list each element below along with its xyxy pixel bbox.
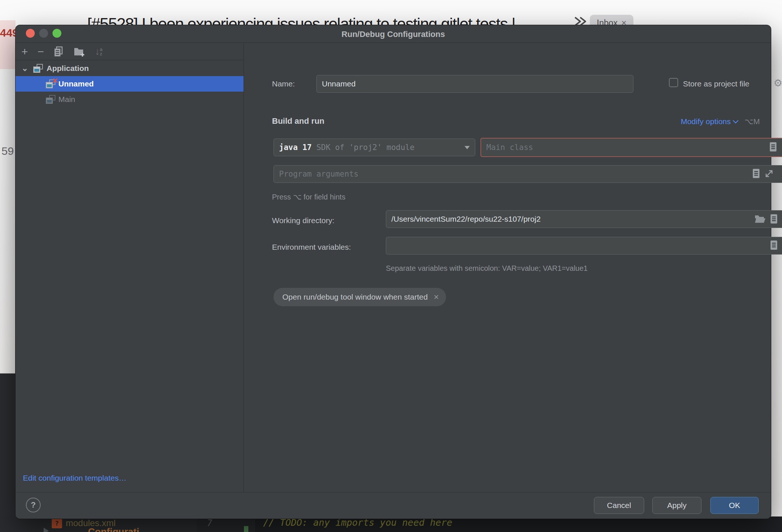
working-directory-input[interactable]	[386, 210, 782, 228]
left-ide-strip: oj2 ⌄	[0, 373, 16, 532]
jre-selected-value: java 17	[279, 143, 316, 152]
modify-options-control[interactable]: Modify options ⌥M	[681, 117, 760, 126]
remove-configuration-button[interactable]: −	[38, 46, 44, 57]
tree-group-label: Application	[47, 64, 89, 73]
application-type-icon-dim	[46, 95, 55, 104]
jre-selected-detail: SDK of 'proj2' module	[316, 143, 415, 152]
left-count-badge: 449	[0, 27, 15, 39]
tree-chevron-icon[interactable]: ⌄	[21, 64, 30, 73]
environment-variables-input[interactable]	[386, 237, 782, 255]
modify-options-link[interactable]: Modify options	[681, 117, 731, 126]
jre-combo-box[interactable]: java 17 SDK of 'proj2' module	[273, 139, 475, 156]
expand-field-icon[interactable]	[765, 169, 774, 178]
application-type-icon	[33, 64, 43, 73]
combo-arrow-icon	[465, 146, 470, 149]
program-arguments-input[interactable]	[273, 165, 782, 183]
add-configuration-button[interactable]: +	[21, 46, 28, 57]
tree-group-application[interactable]: ⌄ Application	[16, 61, 244, 76]
tree-item-main[interactable]: Main	[16, 92, 244, 107]
name-input[interactable]	[316, 75, 633, 93]
error-badge-icon: ✕	[52, 76, 58, 85]
code-comment: // TODO: any imports you need here	[263, 517, 452, 528]
chip-label: Open run/debug tool window when started	[282, 293, 428, 301]
configurations-panel: + −	[16, 43, 244, 492]
new-folder-button[interactable]	[74, 47, 85, 57]
environment-variables-label: Environment variables:	[272, 243, 351, 252]
vcs-change-marker	[244, 526, 248, 532]
file-name-partial[interactable]: Configurati	[88, 526, 139, 532]
browse-list-icon[interactable]	[770, 142, 776, 151]
main-class-field-icons	[770, 142, 776, 151]
separator-hint: Separate variables with semicolon: VAR=v…	[386, 264, 588, 273]
ide-editor-strip: ? modules.xml Configurati 7 // TODO: any…	[0, 516, 782, 532]
line-number: 7	[207, 518, 212, 528]
field-hints-hint: Press ⌥ for field hints	[272, 192, 346, 201]
dialog-footer: ? Cancel Apply OK	[16, 492, 771, 519]
sort-configurations-button[interactable]: ↓ az	[95, 46, 102, 57]
program-arguments-field-icons	[753, 169, 774, 178]
configurations-tree: ⌄ Application ✕ Unnamed	[16, 61, 244, 107]
run-debug-configurations-dialog: Run/Debug Configurations + −	[16, 25, 771, 519]
browse-list-icon[interactable]	[771, 214, 777, 224]
dialog-title: Run/Debug Configurations	[16, 30, 771, 39]
tree-item-unnamed[interactable]: ✕ Unnamed	[16, 76, 244, 92]
ok-button[interactable]: OK	[710, 497, 759, 514]
modify-options-shortcut: ⌥M	[744, 117, 760, 126]
build-and-run-section-title: Build and run	[272, 116, 324, 126]
name-label: Name:	[272, 79, 295, 88]
store-as-project-file-checkbox[interactable]	[669, 78, 678, 87]
browse-list-icon[interactable]	[753, 169, 759, 178]
application-type-icon: ✕	[46, 79, 55, 88]
help-button[interactable]: ?	[26, 498, 41, 512]
copy-configuration-button[interactable]	[54, 46, 64, 57]
tree-expand-arrow-icon[interactable]	[44, 528, 49, 532]
working-directory-field-icons	[754, 214, 777, 224]
apply-button[interactable]: Apply	[652, 497, 701, 514]
chip-close-icon[interactable]: ×	[434, 292, 439, 302]
xml-file-icon: ?	[52, 518, 62, 528]
configurations-toolbar: + −	[16, 43, 244, 60]
store-as-project-file-label: Store as project file	[683, 79, 749, 88]
left-line-number: 59	[1, 145, 14, 157]
tree-item-label: Unnamed	[58, 79, 94, 88]
screen: [#5528] I been experiencing issues relat…	[0, 0, 782, 532]
tree-item-label: Main	[58, 95, 75, 104]
chevron-down-icon	[733, 117, 739, 123]
main-class-input[interactable]	[480, 138, 782, 157]
browse-list-icon[interactable]	[771, 241, 777, 250]
configuration-form: Name: Store as project file ⚙▾ Build and…	[244, 43, 771, 492]
dialog-titlebar: Run/Debug Configurations	[16, 25, 771, 43]
environment-variables-field-icons	[771, 241, 777, 250]
folder-icon[interactable]	[754, 214, 765, 224]
cancel-button[interactable]: Cancel	[594, 497, 644, 514]
edit-configuration-templates-link[interactable]: Edit configuration templates…	[23, 474, 126, 482]
open-tool-window-chip[interactable]: Open run/debug tool window when started …	[273, 288, 446, 306]
working-directory-label: Working directory:	[272, 216, 334, 225]
gear-icon[interactable]: ⚙▾	[774, 77, 782, 89]
